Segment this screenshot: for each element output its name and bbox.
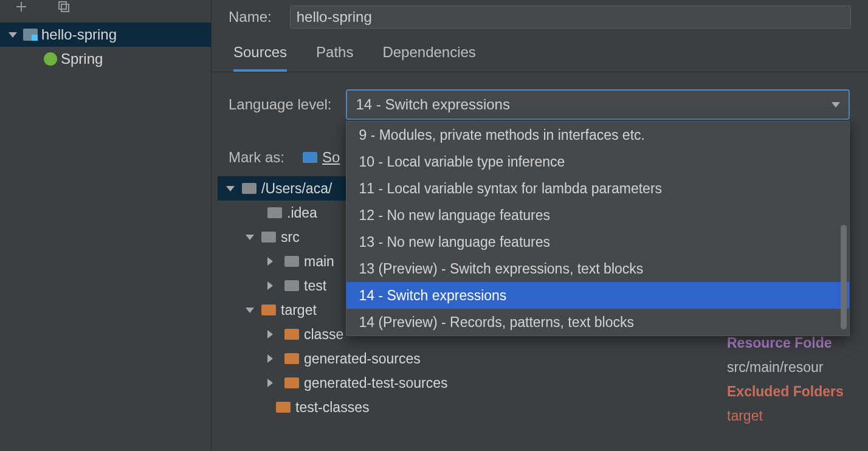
mark-as-label: Mark as: bbox=[229, 149, 284, 166]
folder-label: test bbox=[304, 278, 326, 294]
facet-node-spring[interactable]: Spring bbox=[0, 47, 211, 71]
sidebar-toolbar bbox=[0, 0, 211, 20]
language-level-option[interactable]: 13 (Preview) - Switch expressions, text … bbox=[346, 255, 849, 282]
excluded-folders-path: target bbox=[727, 404, 868, 428]
folder-icon bbox=[284, 329, 299, 340]
excluded-folders-title: Excluded Folders bbox=[727, 379, 868, 404]
copy-icon[interactable] bbox=[57, 0, 71, 17]
language-level-option-selected[interactable]: 14 - Switch expressions bbox=[346, 282, 849, 309]
chevron-down-icon bbox=[226, 186, 235, 191]
folder-label: src bbox=[281, 229, 300, 246]
language-level-option[interactable]: 9 - Modules, private methods in interfac… bbox=[346, 122, 849, 148]
tab-dependencies[interactable]: Dependencies bbox=[382, 44, 475, 72]
module-name-input[interactable] bbox=[290, 5, 851, 29]
module-node-hello-spring[interactable]: hello-spring bbox=[0, 22, 211, 47]
folder-label: classe bbox=[304, 326, 343, 343]
folder-icon bbox=[242, 183, 257, 194]
folder-label: .idea bbox=[287, 205, 317, 221]
folder-icon bbox=[261, 305, 276, 315]
folder-label: generated-test-sources bbox=[304, 375, 448, 391]
chevron-right-icon bbox=[267, 354, 277, 363]
svg-rect-0 bbox=[59, 2, 66, 9]
tab-sources[interactable]: Sources bbox=[233, 44, 287, 72]
add-icon[interactable] bbox=[15, 0, 28, 17]
language-level-option[interactable]: 13 - No new language features bbox=[346, 229, 849, 255]
folder-label: /Users/aca/ bbox=[261, 181, 332, 197]
folder-icon bbox=[267, 207, 282, 218]
chevron-down-icon bbox=[246, 235, 254, 240]
language-level-label: Language level: bbox=[229, 96, 331, 113]
language-level-option[interactable]: 10 - Local variable type inference bbox=[346, 148, 849, 175]
language-level-button[interactable]: 14 - Switch expressions bbox=[346, 89, 850, 120]
language-level-option[interactable]: 11 - Local variable syntax for lambda pa… bbox=[346, 175, 849, 202]
folder-label: generated-sources bbox=[304, 351, 421, 367]
folder-row[interactable]: test-classes bbox=[218, 395, 722, 419]
folder-icon bbox=[276, 402, 291, 413]
language-level-option[interactable]: 12 - No new language features bbox=[346, 202, 849, 229]
spring-icon bbox=[44, 52, 57, 66]
tab-paths[interactable]: Paths bbox=[316, 44, 353, 72]
sidebar-tree: hello-spring Spring bbox=[0, 20, 211, 71]
folder-row[interactable]: generated-test-sources bbox=[218, 371, 722, 395]
chevron-right-icon bbox=[267, 330, 277, 339]
language-level-dropdown[interactable]: 14 - Switch expressions 9 - Modules, pri… bbox=[346, 89, 850, 120]
svg-rect-1 bbox=[61, 4, 69, 12]
chevron-right-icon bbox=[267, 257, 277, 266]
folder-icon bbox=[284, 377, 299, 388]
folder-icon bbox=[284, 256, 299, 267]
folder-icon bbox=[284, 280, 299, 291]
module-editor: Name: Sources Paths Dependencies Languag… bbox=[212, 0, 868, 451]
chevron-right-icon bbox=[267, 379, 277, 387]
name-row: Name: bbox=[212, 0, 868, 34]
name-label: Name: bbox=[229, 9, 272, 26]
folder-icon bbox=[261, 232, 276, 243]
language-level-row: Language level: 14 - Switch expressions … bbox=[212, 72, 868, 120]
folder-icon bbox=[284, 353, 299, 364]
module-icon bbox=[23, 29, 38, 41]
chevron-down-icon bbox=[9, 32, 17, 38]
module-tabs: Sources Paths Dependencies bbox=[212, 34, 868, 72]
folder-label: test-classes bbox=[295, 399, 369, 416]
chevron-down-icon bbox=[832, 102, 840, 108]
facet-label: Spring bbox=[61, 50, 103, 67]
folder-label: target bbox=[281, 302, 317, 318]
resource-folders-path: src/main/resour bbox=[727, 355, 868, 379]
dropdown-scrollbar[interactable] bbox=[841, 225, 847, 329]
language-level-list: 9 - Modules, private methods in interfac… bbox=[346, 121, 850, 336]
language-level-selected: 14 - Switch expressions bbox=[356, 96, 509, 113]
module-sidebar: hello-spring Spring bbox=[0, 0, 212, 451]
chevron-right-icon bbox=[267, 281, 277, 290]
language-level-option[interactable]: 14 (Preview) - Records, patterns, text b… bbox=[346, 309, 849, 336]
folder-icon bbox=[303, 152, 317, 163]
module-label: hello-spring bbox=[41, 26, 117, 43]
folder-label: main bbox=[304, 253, 334, 270]
folder-row[interactable]: generated-sources bbox=[218, 346, 722, 371]
mark-as-sources[interactable]: So bbox=[303, 149, 340, 166]
chevron-down-icon bbox=[246, 308, 254, 313]
